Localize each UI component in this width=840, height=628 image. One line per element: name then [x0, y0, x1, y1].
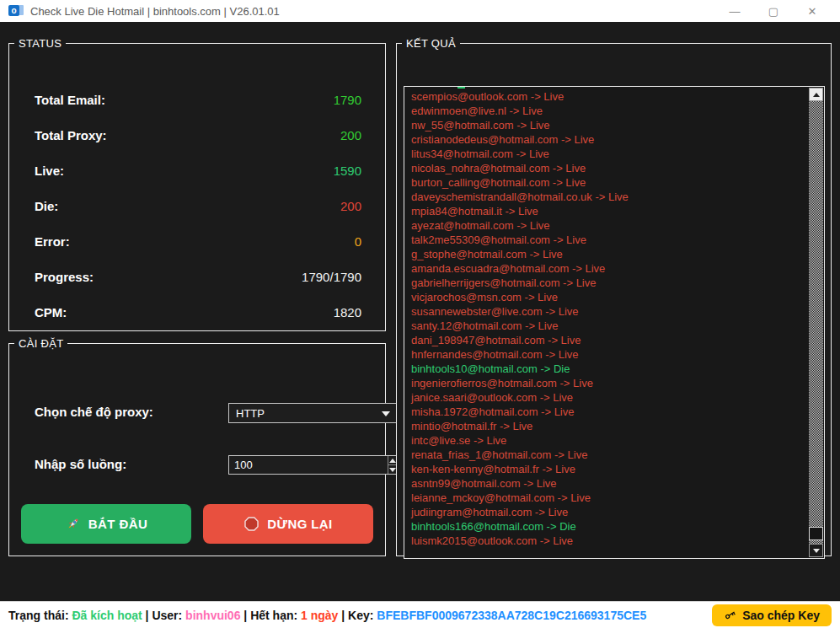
footer-separator: |	[240, 609, 250, 622]
outlook-app-icon: o	[8, 4, 24, 18]
result-list-item[interactable]: nicolas_nohra@hotmail.com -> Live	[411, 161, 807, 175]
footer-statusbar: Trạng thái: Đã kích hoạt | User: binhvui…	[0, 601, 840, 628]
triangle-down-icon	[389, 468, 396, 472]
footer-status-value: Đã kích hoạt	[72, 609, 142, 622]
footer-separator: |	[142, 609, 152, 622]
proxy-mode-selected-value: HTTP	[236, 407, 265, 420]
result-list-item[interactable]: hnfernandes@hotmail.com -> Live	[411, 347, 807, 362]
triangle-up-icon	[813, 93, 820, 97]
result-list-item[interactable]: vicjarochos@msn.com -> Live	[411, 290, 807, 304]
result-list-item[interactable]: misha.1972@hotmail.com -> Live	[411, 405, 807, 419]
stat-value: 1820	[334, 305, 361, 319]
threads-spinner	[388, 456, 396, 474]
copy-key-button-label: Sao chép Key	[742, 609, 820, 622]
result-list-item[interactable]: daveyschemistrandall@hotmail.co.uk -> Li…	[411, 190, 807, 204]
result-list-item[interactable]: g_stophe@hotmail.com -> Live	[411, 247, 807, 261]
stat-row: Die:200	[35, 188, 361, 223]
result-list-item[interactable]: gabrielherrijgers@hotmail.com -> Live	[411, 276, 807, 290]
clipped-list-line	[457, 87, 465, 89]
result-list-item[interactable]: amanda.escuadra@hotmail.com -> Live	[411, 261, 807, 276]
result-list-item[interactable]: binhtools10@hotmail.com -> Die	[411, 362, 807, 376]
stop-button[interactable]: DỪNG LẠI	[203, 504, 373, 544]
stat-row: Progress:1790/1790	[35, 259, 361, 294]
key-icon	[724, 609, 736, 621]
footer-key-label: Key:	[348, 609, 377, 622]
result-list-item[interactable]: nw_55@hotmail.com -> Live	[411, 118, 807, 132]
stat-label: Total Email:	[35, 93, 105, 107]
status-groupbox: STATUS Total Email:1790Total Proxy:200Li…	[8, 37, 386, 331]
stat-row: CPM:1820	[35, 294, 361, 330]
copy-key-button[interactable]: Sao chép Key	[712, 604, 832, 626]
result-list-item[interactable]: leianne_mckoy@hotmail.com -> Live	[411, 491, 807, 505]
threads-label: Nhập số luồng:	[35, 457, 126, 471]
result-list-item[interactable]: scempios@outlook.com -> Live	[411, 89, 807, 104]
app-window: o Check Live Die Hotmail | binhtools.com…	[0, 0, 840, 628]
proxy-mode-select[interactable]: HTTP	[228, 403, 397, 423]
maximize-button[interactable]: ▢	[754, 0, 793, 22]
footer-separator: |	[338, 609, 348, 622]
scrollbar-thumb[interactable]	[809, 527, 823, 540]
result-list-item[interactable]: renata_frias_1@hotmail.com -> Live	[411, 448, 807, 462]
result-list-item[interactable]: intc@live.se -> Live	[411, 433, 807, 448]
stat-label: Die:	[35, 199, 58, 213]
chevron-down-icon	[382, 411, 390, 416]
footer-status-label: Trạng thái:	[8, 609, 72, 622]
threads-row: Nhập số luồng:	[35, 457, 370, 471]
stat-label: Error:	[35, 234, 70, 249]
result-list-item[interactable]: dani_198947@hotmail.com -> Live	[411, 333, 807, 347]
proxy-mode-label: Chọn chế độ proxy:	[35, 405, 153, 419]
stat-value: 0	[355, 234, 361, 249]
minimize-button[interactable]: —	[715, 0, 754, 22]
spinner-up-button[interactable]	[388, 456, 396, 464]
result-list-item[interactable]: asntn99@hotmail.com -> Live	[411, 476, 807, 491]
result-list-item[interactable]: luismk2015@outlook.com -> Live	[411, 534, 807, 548]
result-list-item[interactable]: mpia84@hotmail.it -> Live	[411, 204, 807, 218]
footer-user-label: User:	[152, 609, 185, 622]
scroll-up-button[interactable]	[809, 88, 823, 101]
stat-label: Total Proxy:	[35, 128, 107, 142]
stat-value: 1790	[334, 93, 361, 107]
proxy-mode-row: Chọn chế độ proxy: HTTP	[35, 405, 370, 419]
stop-button-label: DỪNG LẠI	[267, 517, 332, 531]
rocket-icon	[65, 516, 81, 532]
result-list-item[interactable]: edwinmoen@live.nl -> Live	[411, 104, 807, 118]
scroll-down-button[interactable]	[809, 544, 823, 557]
stat-label: Progress:	[35, 270, 94, 284]
result-list-item[interactable]: ayezat@hotmail.com -> Live	[411, 218, 807, 233]
settings-group-title: CÀI ĐẶT	[14, 337, 67, 350]
result-list-item[interactable]: litus34@hotmail.com -> Live	[411, 147, 807, 161]
result-list-item[interactable]: cristianodedeus@hotmail.com -> Live	[411, 132, 807, 147]
footer-expire-label: Hết hạn:	[250, 609, 301, 622]
footer-key-value: BFEBFBF0009672338AA728C19C216693175CE5	[377, 609, 646, 622]
result-list-item[interactable]: ken-ken-kenny@hotmail.fr -> Live	[411, 462, 807, 476]
stop-octagon-icon	[243, 516, 259, 532]
result-list-item[interactable]: mintio@hotmail.fr -> Live	[411, 419, 807, 433]
result-list-item[interactable]: talk2me55309@hotmail.com -> Live	[411, 233, 807, 247]
result-list-item[interactable]: burton_calling@hotmail.com -> Live	[411, 175, 807, 190]
stat-row: Total Proxy:200	[35, 117, 361, 153]
stat-label: Live:	[35, 164, 64, 178]
stat-label: CPM:	[35, 305, 67, 319]
threads-input[interactable]	[229, 456, 388, 474]
settings-groupbox: CÀI ĐẶT Chọn chế độ proxy: HTTP Nhập số …	[8, 337, 386, 556]
result-list-item[interactable]: ingenierofierros@hotmail.com -> Live	[411, 376, 807, 390]
result-list-item[interactable]: susannewebster@live.com -> Live	[411, 304, 807, 319]
results-listbox[interactable]: scempios@outlook.com -> Liveedwinmoen@li…	[404, 86, 825, 559]
result-list-item[interactable]: binhtools166@hotmail.com -> Die	[411, 519, 807, 534]
result-list-item[interactable]: santy.12@hotmail.com -> Live	[411, 319, 807, 333]
results-groupbox: KẾT QUẢ scempios@outlook.com -> Liveedwi…	[396, 37, 832, 556]
result-list-item[interactable]: janice.saari@outlook.com -> Live	[411, 390, 807, 405]
close-button[interactable]: ✕	[793, 0, 832, 22]
spinner-down-button[interactable]	[388, 464, 396, 474]
footer-user-value: binhvui06	[185, 609, 240, 622]
stat-value: 200	[340, 128, 361, 142]
stat-row: Total Email:1790	[35, 82, 361, 117]
start-button[interactable]: BẮT ĐẦU	[21, 504, 191, 544]
result-list-item[interactable]: judiingram@hotmail.com -> Live	[411, 505, 807, 519]
stat-row: Error:0	[35, 223, 361, 259]
results-lines: scempios@outlook.com -> Liveedwinmoen@li…	[411, 89, 807, 548]
stat-value: 1590	[334, 164, 361, 178]
vertical-scrollbar[interactable]	[809, 88, 823, 557]
status-group-title: STATUS	[14, 37, 66, 50]
stat-row: Live:1590	[35, 153, 361, 188]
